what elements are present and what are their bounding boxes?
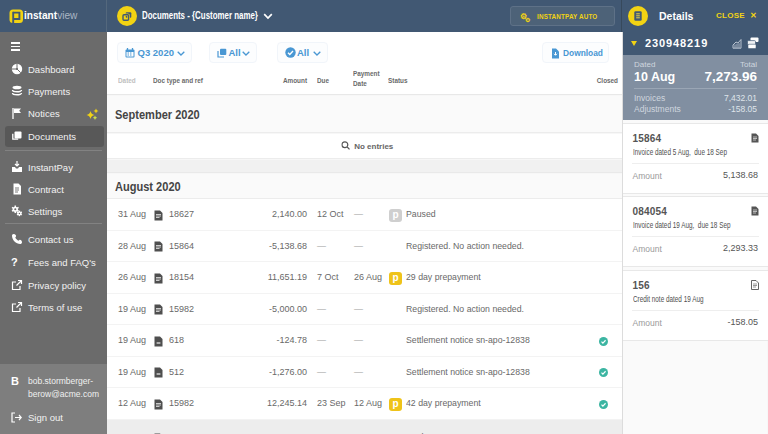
svg-text:⚙: ⚙ (525, 17, 531, 23)
